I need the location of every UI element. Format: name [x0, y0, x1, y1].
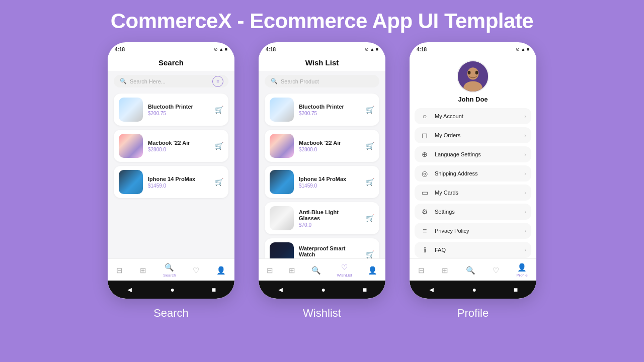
- pf-nav-wishlist[interactable]: ♡: [493, 266, 499, 275]
- pf-search-icon: 🔍: [466, 266, 475, 275]
- product-info-bluetooth: Bluetooth Printer $200.75: [148, 104, 210, 116]
- search-screen-title: Search: [108, 53, 234, 71]
- menu-item-orders[interactable]: ◻ My Orders ›: [415, 127, 531, 143]
- profile-notch: [453, 42, 493, 53]
- menu-arrow-shipping: ›: [524, 170, 526, 176]
- search-status-time: 4:18: [115, 47, 125, 52]
- search-placeholder: Search Here...: [130, 78, 166, 84]
- menu-text-orders: My Orders: [435, 132, 519, 138]
- wish-cart-watch[interactable]: 🛒: [366, 250, 374, 258]
- menu-arrow-orders: ›: [524, 132, 526, 138]
- menu-item-cards[interactable]: ▭ My Cards ›: [415, 185, 531, 201]
- wishlist-android-bar: ◄ ● ■: [259, 281, 385, 299]
- pf-home-btn[interactable]: ●: [472, 286, 476, 294]
- product-price-iphone: $1459.0: [148, 183, 210, 189]
- wish-info-watch: Waterproof Smart Watch $245.0: [299, 245, 361, 259]
- menu-arrow-settings: ›: [524, 209, 526, 215]
- wishlist-search-bar[interactable]: 🔍 Search Product: [265, 75, 379, 87]
- product-info-macbook: Macbook '22 Air $2800.0: [148, 140, 210, 152]
- nav-profile-search[interactable]: 👤: [216, 266, 226, 275]
- home-btn[interactable]: ●: [170, 286, 174, 294]
- pf-recents-btn[interactable]: ■: [514, 286, 518, 294]
- wl-home-icon: ⊟: [267, 266, 273, 275]
- product-img-bluetooth: [119, 98, 143, 122]
- wl-nav-profile[interactable]: 👤: [368, 266, 377, 275]
- menu-item-settings[interactable]: ⚙ Settings ›: [415, 204, 531, 220]
- wishlist-label: Wishlist: [303, 307, 341, 320]
- cart-icon-iphone[interactable]: 🛒: [215, 178, 223, 186]
- wl-recents-btn[interactable]: ■: [363, 286, 367, 294]
- pf-back-btn[interactable]: ◄: [428, 286, 435, 294]
- profile-status-icons: ⊙ ▲ ■: [516, 47, 529, 52]
- pf-nav-search[interactable]: 🔍: [466, 266, 475, 275]
- svg-point-3: [468, 71, 471, 75]
- product-img-iphone: [119, 170, 143, 194]
- profile-menu-list: ○ My Account › ◻ My Orders › ⊕ Language …: [410, 108, 536, 258]
- nav-wishlist-search[interactable]: ♡: [193, 266, 199, 275]
- wish-cart-macbook[interactable]: 🛒: [366, 142, 374, 150]
- wishlist-search-placeholder: Search Product: [281, 78, 319, 84]
- menu-item-faq[interactable]: ℹ FAQ ›: [415, 242, 531, 258]
- wl-nav-home[interactable]: ⊟: [267, 266, 273, 275]
- product-name-iphone: Iphone 14 ProMax: [148, 176, 210, 182]
- wl-category-icon: ⊞: [289, 266, 295, 275]
- wish-info-bluetooth: Bluetooth Printer $200.75: [299, 104, 361, 116]
- faq-icon: ℹ: [420, 246, 430, 254]
- nav-category-search[interactable]: ⊞: [140, 266, 146, 275]
- product-item-bluetooth: Bluetooth Printer $200.75 🛒: [114, 94, 228, 126]
- profile-status-time: 4:18: [417, 47, 427, 52]
- wish-price-glasses: $70.0: [299, 222, 361, 228]
- wl-back-btn[interactable]: ◄: [277, 286, 284, 294]
- product-price-macbook: $2800.0: [148, 147, 210, 152]
- wishlist-bottom-nav: ⊟ ⊞ 🔍 ♡ WishList 👤: [259, 258, 385, 281]
- cart-icon-macbook[interactable]: 🛒: [215, 142, 223, 150]
- profile-label: Profile: [457, 307, 489, 320]
- menu-item-language[interactable]: ⊕ Language Settings ›: [415, 146, 531, 162]
- wish-cart-iphone[interactable]: 🛒: [366, 178, 374, 186]
- wish-item-glasses: Anti-Blue Light Glasses $70.0 🛒: [265, 202, 379, 234]
- wl-home-btn[interactable]: ●: [321, 286, 325, 294]
- wishlist-phone: 4:18 ⊙ ▲ ■ Wish List 🔍 Search Product Bl…: [259, 42, 385, 299]
- product-price-bluetooth: $200.75: [148, 111, 210, 116]
- wish-item-iphone: Iphone 14 ProMax $1459.0 🛒: [265, 166, 379, 198]
- search-bottom-nav: ⊟ ⊞ 🔍 Search ♡ 👤: [108, 258, 234, 281]
- filter-button[interactable]: ≡: [212, 76, 223, 87]
- phones-row: 4:18 ⊙ ▲ ■ Search 🔍 Search Here... ≡: [108, 42, 536, 320]
- back-btn[interactable]: ◄: [126, 286, 133, 294]
- wl-nav-search[interactable]: 🔍: [311, 266, 321, 275]
- nav-home-search[interactable]: ⊟: [116, 266, 123, 275]
- nav-search-search[interactable]: 🔍 Search: [163, 263, 176, 278]
- shipping-icon: ◎: [420, 169, 430, 177]
- wish-img-glasses: [270, 206, 294, 230]
- wish-cart-bluetooth[interactable]: 🛒: [366, 106, 374, 114]
- wl-nav-category[interactable]: ⊞: [289, 266, 295, 275]
- wish-cart-glasses[interactable]: 🛒: [366, 214, 374, 222]
- pf-nav-category[interactable]: ⊞: [442, 266, 448, 275]
- cart-icon-bluetooth[interactable]: 🛒: [215, 106, 223, 114]
- profile-bottom-nav: ⊟ ⊞ 🔍 ♡ 👤 Profile: [410, 258, 536, 281]
- search-bar[interactable]: 🔍 Search Here... ≡: [114, 75, 228, 87]
- wish-price-bluetooth: $200.75: [299, 111, 361, 116]
- product-name-macbook: Macbook '22 Air: [148, 140, 210, 146]
- user-name: John Doe: [458, 96, 488, 103]
- pf-nav-profile[interactable]: 👤 Profile: [516, 263, 528, 278]
- wl-nav-wishlist[interactable]: ♡ WishList: [337, 263, 352, 278]
- wish-name-iphone: Iphone 14 ProMax: [299, 176, 361, 182]
- search-icon: 🔍: [120, 78, 127, 84]
- menu-item-privacy[interactable]: ≡ Privacy Policy ›: [415, 223, 531, 239]
- recents-btn[interactable]: ■: [212, 286, 216, 294]
- search-screen: Search 🔍 Search Here... ≡ Bluetooth Prin…: [108, 53, 234, 281]
- wish-img-macbook: [270, 134, 294, 158]
- menu-text-privacy: Privacy Policy: [435, 228, 519, 234]
- wishlist-product-list: Bluetooth Printer $200.75 🛒 Macbook '22 …: [259, 92, 385, 258]
- wish-name-bluetooth: Bluetooth Printer: [299, 104, 361, 110]
- menu-arrow-account: ›: [524, 113, 526, 119]
- profile-phone: 4:18 ⊙ ▲ ■: [410, 42, 536, 299]
- menu-item-account[interactable]: ○ My Account ›: [415, 108, 531, 124]
- menu-text-language: Language Settings: [435, 151, 519, 157]
- menu-item-shipping[interactable]: ◎ Shipping Address ›: [415, 165, 531, 182]
- wishlist-icon: ♡: [193, 266, 199, 275]
- wish-name-glasses: Anti-Blue Light Glasses: [299, 209, 361, 221]
- cards-icon: ▭: [420, 189, 430, 197]
- pf-nav-home[interactable]: ⊟: [418, 266, 425, 275]
